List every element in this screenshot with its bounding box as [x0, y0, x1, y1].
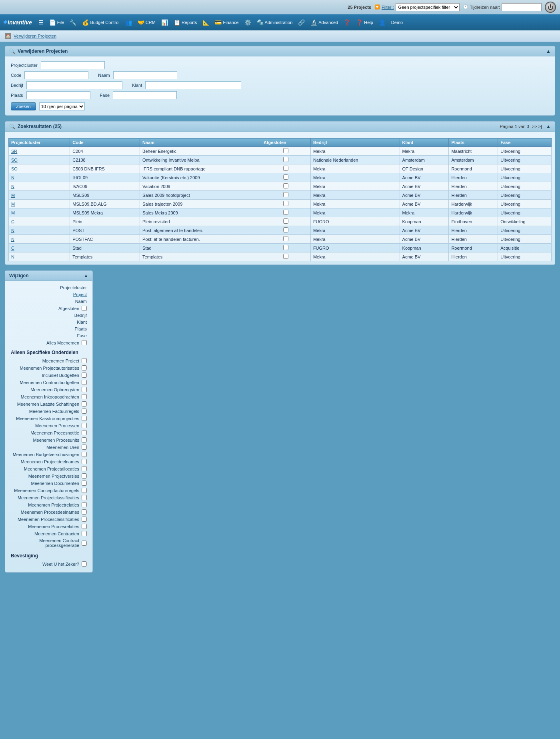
weet-u-het-zeker-label: Weet U het Zeker? [42, 562, 79, 567]
checkbox-meenemen-procesunits[interactable] [82, 437, 87, 443]
breadcrumb[interactable]: Verwijderen Projecten [14, 34, 56, 38]
cell-bedrijf: Nationale Nederlanden [310, 156, 400, 164]
time-area: 🕐 Tijdreizen naar: [463, 3, 542, 11]
results-panel-collapse[interactable]: ▲ [546, 124, 551, 129]
search-button[interactable]: Zoeken [11, 102, 36, 110]
checkbox-meenemen-procesrelaties[interactable] [82, 524, 87, 529]
nav-crm[interactable]: 🤝 CRM [135, 18, 158, 27]
nav-icon-3: 📊 [161, 19, 168, 26]
weet-u-het-zeker-checkbox[interactable] [82, 561, 87, 567]
checkbox-inclusief-budgetten[interactable] [82, 373, 87, 378]
nav-unknown8[interactable]: 👤 [376, 18, 388, 27]
checkbox-meenemen-contracten[interactable] [82, 531, 87, 536]
naam-input[interactable] [113, 71, 177, 79]
table-row: SR C204 Beheer Energetic Mekra Mekra Maa… [9, 147, 552, 156]
nav-reports[interactable]: 📋 Reports [171, 18, 200, 27]
afgesloten-checkbox[interactable] [82, 306, 87, 311]
code-input[interactable] [24, 71, 88, 79]
rows-per-page-select[interactable]: 10 rijen per pagina 25 rijen per pagina … [39, 102, 85, 110]
checkbox-meenemen-laatste-schattingen[interactable] [82, 401, 87, 407]
nav-file[interactable]: 📄 File [47, 18, 67, 27]
checkbox-meenemen-contractbudgetten[interactable] [82, 380, 87, 385]
nav-budget-control[interactable]: 💰 Budget Control [80, 18, 122, 27]
nav-unknown3[interactable]: 📊 [159, 18, 170, 27]
checkbox-meenemen-conceptfactuurregels[interactable] [82, 488, 87, 493]
cell-klant: Acme BV [400, 235, 449, 244]
nav-demo[interactable]: Demo [389, 18, 405, 26]
checkbox-meenemen-projectrelaties[interactable] [82, 502, 87, 507]
filter-select[interactable]: Geen projectspecifiek filter [396, 3, 460, 11]
checkbox-meenemen-budgetverschuivingen[interactable] [82, 452, 87, 457]
cell-naam: IFRS compliant DNB rapportage [140, 164, 261, 173]
alles-meenemen-checkbox[interactable] [82, 340, 87, 345]
cell-fase: Uitvoering [498, 156, 552, 164]
nav-icon-7: ❓ [344, 19, 350, 26]
table-row: C Plein Plein revisited FUGRO Koopman Ei… [9, 217, 552, 226]
projectcluster-input[interactable] [41, 61, 105, 69]
crm-icon: 🤝 [138, 19, 144, 26]
checkbox-meenemen-projectclassificaties[interactable] [82, 495, 87, 500]
checkbox-meenemen-projectversies[interactable] [82, 473, 87, 479]
klant-input[interactable] [145, 81, 241, 89]
checkbox-meenemen-factuurregels[interactable] [82, 409, 87, 414]
content-area: 🔍 Verwijderen Projecten ▲ Projectcluster… [0, 42, 560, 577]
help-icon: ❓ [356, 19, 363, 26]
cell-afgesloten [261, 252, 310, 261]
bedrijf-input[interactable] [26, 81, 122, 89]
field-meenemen-contract-processgeneratie: Meenemen Contract processgeneratie [11, 538, 87, 548]
cell-klant: Acme BV [400, 191, 449, 200]
field-plaats: Plaats [11, 326, 87, 332]
cell-afgesloten [261, 164, 310, 173]
nav-hamburger[interactable]: ☰ [36, 18, 46, 27]
pagination-nav[interactable]: >> >| [532, 124, 542, 129]
wijzigen-collapse[interactable]: ▲ [84, 273, 88, 278]
cell-plaats: Hierden [449, 191, 498, 200]
cell-bedrijf: Mekra [310, 173, 400, 182]
field-projectcluster-label: Projectcluster [60, 285, 87, 290]
checkbox-meenemen-procesnotitie[interactable] [82, 430, 87, 435]
cell-naam: Sales Mekra 2009 [140, 208, 261, 217]
checkbox-meenemen-documenten[interactable] [82, 481, 87, 486]
filter-label[interactable]: Filter : [382, 5, 394, 10]
filter-icon: 🔽 [374, 4, 380, 10]
plaats-input[interactable] [26, 91, 90, 99]
col-fase: Fase [498, 138, 552, 147]
checkbox-meenemen-projectallocaties[interactable] [82, 466, 87, 471]
checkbox-meenemen-uren[interactable] [82, 445, 87, 450]
nav-unknown5[interactable]: ⚙️ [242, 18, 254, 27]
checkbox-meenemen-opbrengsten[interactable] [82, 387, 87, 392]
finance-icon: 💳 [215, 19, 222, 26]
cell-cluster: N [9, 226, 70, 235]
nav-unknown7[interactable]: ❓ [341, 18, 353, 27]
checkbox-meenemen-project[interactable] [82, 358, 87, 363]
nav-unknown4[interactable]: 📐 [200, 18, 212, 27]
checkbox-meenemen-procesclassificaties[interactable] [82, 517, 87, 522]
home-icon: 🏠 [5, 33, 11, 39]
checkbox-meenemen-inkoopopdrachten[interactable] [82, 394, 87, 399]
nav-advanced[interactable]: 🔬 Advanced [308, 18, 340, 27]
checkbox-meenemen-projectautorisaties[interactable] [82, 365, 87, 371]
field-projectcluster: Projectcluster [11, 285, 87, 290]
cell-code: C2108 [70, 156, 140, 164]
nav-finance[interactable]: 💳 Finance [212, 18, 241, 27]
field-afgesloten: Afgesloten [11, 305, 87, 311]
checkbox-meenemen-projectdeelnames[interactable] [82, 459, 87, 464]
checkbox-meenemen-contract-processgeneratie[interactable] [82, 541, 87, 546]
nav-unknown2[interactable]: 👥 [123, 18, 134, 27]
cell-naam: Stad [140, 244, 261, 252]
power-button[interactable]: ⏻ [545, 2, 556, 13]
cell-fase: Uitvoering [498, 208, 552, 217]
fase-input[interactable] [113, 91, 177, 99]
nav-administration[interactable]: 🔩 Administration [254, 18, 295, 27]
nav-unknown6[interactable]: 🔗 [296, 18, 307, 27]
search-panel-collapse[interactable]: ▲ [546, 48, 551, 54]
cell-fase: Uitvoering [498, 226, 552, 235]
nav-unknown1[interactable]: 🔧 [67, 18, 79, 27]
checkbox-meenemen-processen[interactable] [82, 423, 87, 428]
nav-help[interactable]: ❓ Help [354, 18, 376, 27]
checkbox-meenemen-kasstroomprojecties[interactable] [82, 416, 87, 421]
checkbox-meenemen-procesdeelnames[interactable] [82, 509, 87, 515]
cell-afgesloten [261, 208, 310, 217]
cell-naam: Templates [140, 252, 261, 261]
time-input[interactable] [502, 3, 542, 11]
